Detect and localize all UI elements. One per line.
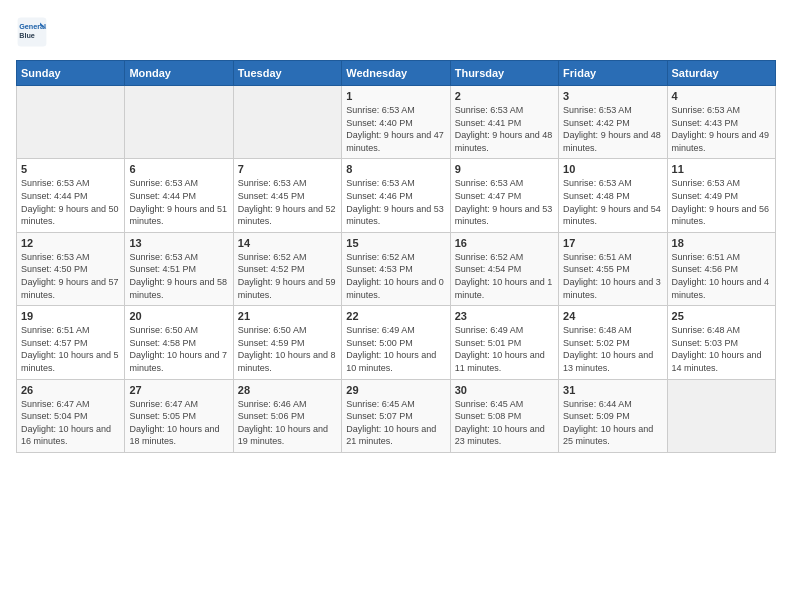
day-number: 12 [21,237,120,249]
day-info: Sunrise: 6:53 AM Sunset: 4:45 PM Dayligh… [238,177,337,227]
calendar-cell: 31Sunrise: 6:44 AM Sunset: 5:09 PM Dayli… [559,379,667,452]
day-info: Sunrise: 6:52 AM Sunset: 4:54 PM Dayligh… [455,251,554,301]
day-info: Sunrise: 6:45 AM Sunset: 5:07 PM Dayligh… [346,398,445,448]
day-number: 16 [455,237,554,249]
day-info: Sunrise: 6:45 AM Sunset: 5:08 PM Dayligh… [455,398,554,448]
day-info: Sunrise: 6:53 AM Sunset: 4:51 PM Dayligh… [129,251,228,301]
day-info: Sunrise: 6:47 AM Sunset: 5:05 PM Dayligh… [129,398,228,448]
day-info: Sunrise: 6:53 AM Sunset: 4:41 PM Dayligh… [455,104,554,154]
day-number: 1 [346,90,445,102]
calendar-cell: 22Sunrise: 6:49 AM Sunset: 5:00 PM Dayli… [342,306,450,379]
page-header: General Blue [16,16,776,48]
calendar-cell: 29Sunrise: 6:45 AM Sunset: 5:07 PM Dayli… [342,379,450,452]
day-number: 10 [563,163,662,175]
day-number: 5 [21,163,120,175]
day-header-saturday: Saturday [667,61,775,86]
day-info: Sunrise: 6:53 AM Sunset: 4:42 PM Dayligh… [563,104,662,154]
calendar-cell: 16Sunrise: 6:52 AM Sunset: 4:54 PM Dayli… [450,232,558,305]
calendar-cell: 12Sunrise: 6:53 AM Sunset: 4:50 PM Dayli… [17,232,125,305]
day-header-thursday: Thursday [450,61,558,86]
calendar-cell: 25Sunrise: 6:48 AM Sunset: 5:03 PM Dayli… [667,306,775,379]
day-info: Sunrise: 6:53 AM Sunset: 4:47 PM Dayligh… [455,177,554,227]
calendar-cell: 1Sunrise: 6:53 AM Sunset: 4:40 PM Daylig… [342,86,450,159]
calendar-cell: 15Sunrise: 6:52 AM Sunset: 4:53 PM Dayli… [342,232,450,305]
day-info: Sunrise: 6:51 AM Sunset: 4:55 PM Dayligh… [563,251,662,301]
day-number: 31 [563,384,662,396]
day-header-tuesday: Tuesday [233,61,341,86]
logo: General Blue [16,16,52,48]
calendar-week-1: 1Sunrise: 6:53 AM Sunset: 4:40 PM Daylig… [17,86,776,159]
day-info: Sunrise: 6:51 AM Sunset: 4:57 PM Dayligh… [21,324,120,374]
calendar-cell [17,86,125,159]
logo-icon: General Blue [16,16,48,48]
day-number: 26 [21,384,120,396]
day-number: 25 [672,310,771,322]
day-info: Sunrise: 6:53 AM Sunset: 4:43 PM Dayligh… [672,104,771,154]
day-info: Sunrise: 6:51 AM Sunset: 4:56 PM Dayligh… [672,251,771,301]
day-info: Sunrise: 6:50 AM Sunset: 4:59 PM Dayligh… [238,324,337,374]
calendar-cell: 23Sunrise: 6:49 AM Sunset: 5:01 PM Dayli… [450,306,558,379]
day-header-monday: Monday [125,61,233,86]
calendar-cell: 24Sunrise: 6:48 AM Sunset: 5:02 PM Dayli… [559,306,667,379]
day-info: Sunrise: 6:53 AM Sunset: 4:44 PM Dayligh… [129,177,228,227]
calendar-week-4: 19Sunrise: 6:51 AM Sunset: 4:57 PM Dayli… [17,306,776,379]
day-number: 29 [346,384,445,396]
day-info: Sunrise: 6:46 AM Sunset: 5:06 PM Dayligh… [238,398,337,448]
calendar-table: SundayMondayTuesdayWednesdayThursdayFrid… [16,60,776,453]
day-info: Sunrise: 6:47 AM Sunset: 5:04 PM Dayligh… [21,398,120,448]
day-number: 23 [455,310,554,322]
day-number: 27 [129,384,228,396]
calendar-cell: 4Sunrise: 6:53 AM Sunset: 4:43 PM Daylig… [667,86,775,159]
day-number: 13 [129,237,228,249]
calendar-cell [667,379,775,452]
day-number: 14 [238,237,337,249]
day-number: 11 [672,163,771,175]
day-info: Sunrise: 6:44 AM Sunset: 5:09 PM Dayligh… [563,398,662,448]
day-info: Sunrise: 6:53 AM Sunset: 4:46 PM Dayligh… [346,177,445,227]
day-number: 22 [346,310,445,322]
calendar-cell: 14Sunrise: 6:52 AM Sunset: 4:52 PM Dayli… [233,232,341,305]
calendar-cell: 20Sunrise: 6:50 AM Sunset: 4:58 PM Dayli… [125,306,233,379]
day-number: 6 [129,163,228,175]
calendar-cell: 7Sunrise: 6:53 AM Sunset: 4:45 PM Daylig… [233,159,341,232]
calendar-cell: 21Sunrise: 6:50 AM Sunset: 4:59 PM Dayli… [233,306,341,379]
svg-text:Blue: Blue [19,31,35,40]
calendar-cell: 9Sunrise: 6:53 AM Sunset: 4:47 PM Daylig… [450,159,558,232]
day-info: Sunrise: 6:48 AM Sunset: 5:03 PM Dayligh… [672,324,771,374]
calendar-cell: 28Sunrise: 6:46 AM Sunset: 5:06 PM Dayli… [233,379,341,452]
day-header-wednesday: Wednesday [342,61,450,86]
calendar-week-5: 26Sunrise: 6:47 AM Sunset: 5:04 PM Dayli… [17,379,776,452]
day-info: Sunrise: 6:53 AM Sunset: 4:44 PM Dayligh… [21,177,120,227]
day-info: Sunrise: 6:49 AM Sunset: 5:01 PM Dayligh… [455,324,554,374]
day-header-sunday: Sunday [17,61,125,86]
calendar-cell: 10Sunrise: 6:53 AM Sunset: 4:48 PM Dayli… [559,159,667,232]
calendar-cell: 30Sunrise: 6:45 AM Sunset: 5:08 PM Dayli… [450,379,558,452]
calendar-cell: 6Sunrise: 6:53 AM Sunset: 4:44 PM Daylig… [125,159,233,232]
calendar-cell: 2Sunrise: 6:53 AM Sunset: 4:41 PM Daylig… [450,86,558,159]
day-number: 9 [455,163,554,175]
day-number: 18 [672,237,771,249]
calendar-week-3: 12Sunrise: 6:53 AM Sunset: 4:50 PM Dayli… [17,232,776,305]
day-number: 20 [129,310,228,322]
day-number: 8 [346,163,445,175]
calendar-cell: 8Sunrise: 6:53 AM Sunset: 4:46 PM Daylig… [342,159,450,232]
day-info: Sunrise: 6:53 AM Sunset: 4:48 PM Dayligh… [563,177,662,227]
day-info: Sunrise: 6:53 AM Sunset: 4:49 PM Dayligh… [672,177,771,227]
day-info: Sunrise: 6:53 AM Sunset: 4:40 PM Dayligh… [346,104,445,154]
day-header-friday: Friday [559,61,667,86]
calendar-week-2: 5Sunrise: 6:53 AM Sunset: 4:44 PM Daylig… [17,159,776,232]
day-number: 15 [346,237,445,249]
calendar-cell: 17Sunrise: 6:51 AM Sunset: 4:55 PM Dayli… [559,232,667,305]
day-info: Sunrise: 6:49 AM Sunset: 5:00 PM Dayligh… [346,324,445,374]
day-number: 24 [563,310,662,322]
calendar-cell: 19Sunrise: 6:51 AM Sunset: 4:57 PM Dayli… [17,306,125,379]
calendar-cell: 26Sunrise: 6:47 AM Sunset: 5:04 PM Dayli… [17,379,125,452]
calendar-cell: 18Sunrise: 6:51 AM Sunset: 4:56 PM Dayli… [667,232,775,305]
calendar-cell [233,86,341,159]
day-info: Sunrise: 6:48 AM Sunset: 5:02 PM Dayligh… [563,324,662,374]
day-info: Sunrise: 6:52 AM Sunset: 4:52 PM Dayligh… [238,251,337,301]
day-number: 7 [238,163,337,175]
day-number: 17 [563,237,662,249]
day-info: Sunrise: 6:53 AM Sunset: 4:50 PM Dayligh… [21,251,120,301]
day-number: 30 [455,384,554,396]
